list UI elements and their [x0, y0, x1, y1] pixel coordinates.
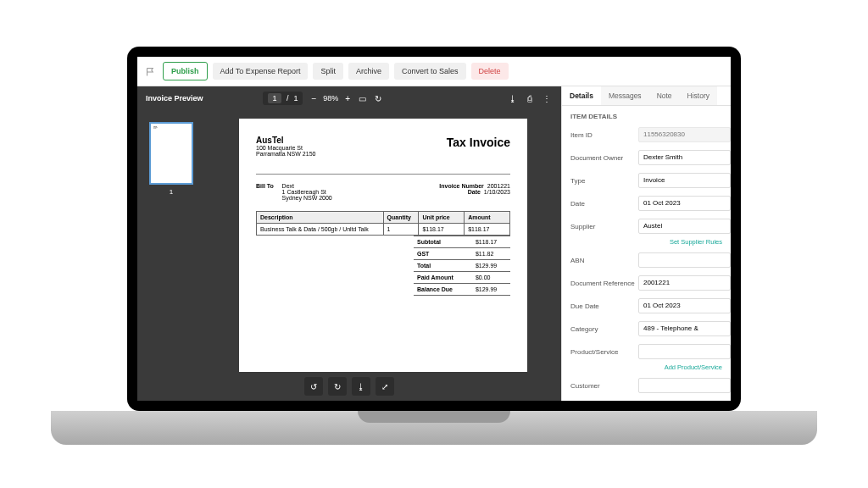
due-date-field[interactable]: 01 Oct 2023 [638, 298, 731, 313]
print-icon[interactable]: ⎙ [526, 94, 534, 103]
download-icon[interactable]: ⭳ [507, 94, 519, 103]
gst-value: $11.82 [472, 248, 510, 260]
details-panel: Details Messages Note History ITEM DETAI… [561, 86, 731, 401]
details-body: ITEM DETAILS Item ID 11556320830 Documen… [562, 106, 731, 401]
pdf-body: AusTel ────── ──── 1 AusTel 100 Macquari… [137, 110, 561, 372]
line-amount: $118.17 [465, 224, 510, 236]
supplier-field[interactable]: Austel [638, 219, 731, 234]
document-reference-label: Document Reference [570, 280, 635, 287]
add-to-expense-button[interactable]: Add To Expense Report [213, 63, 309, 80]
pdf-viewer: Invoice Preview / 1 − 98% + ▭ ↻ [137, 86, 561, 401]
flag-icon[interactable] [146, 65, 158, 77]
category-label: Category [570, 325, 635, 333]
invoice-date-label: Date [468, 189, 481, 195]
thumbnail-number: 1 [170, 188, 173, 196]
bill-to-addr2: Sydney NSW 2000 [282, 195, 332, 201]
subtotal-value: $118.17 [472, 236, 510, 248]
set-supplier-rules-link[interactable]: Set Supplier Rules [570, 238, 722, 246]
document-owner-field[interactable]: Dexter Smith [638, 150, 731, 165]
subtotal-label: Subtotal [414, 236, 472, 248]
col-quantity: Quantity [383, 212, 419, 224]
line-item-row: Business Talk & Data / 500gb / Unltd Tal… [257, 224, 510, 236]
page-current-input[interactable] [268, 93, 281, 103]
document-reference-field[interactable]: 2001221 [638, 275, 731, 291]
total-label: Total [414, 260, 472, 272]
customer-label: Customer [570, 382, 635, 390]
laptop-notch [358, 411, 510, 423]
fullscreen-icon[interactable]: ⤢ [376, 377, 394, 396]
supplier-label: Supplier [570, 223, 635, 230]
invoice-number: 2001221 [487, 183, 510, 189]
abn-label: ABN [570, 257, 635, 264]
item-details-heading: ITEM DETAILS [570, 113, 731, 120]
rotate-icon[interactable]: ↻ [373, 94, 383, 103]
rotate-left-icon[interactable]: ↺ [304, 377, 323, 396]
bill-to-label: Bill To [256, 183, 274, 189]
fit-width-icon[interactable]: ▭ [357, 94, 368, 103]
paid-value: $0.00 [472, 272, 510, 284]
bill-to-addr1: 1 Castlereagh St [282, 189, 326, 195]
document-panel[interactable]: AusTel 100 Macquarie St Parramatta NSW 2… [205, 110, 561, 372]
totals-table: Subtotal$118.17 GST$11.82 Total$129.99 P… [414, 236, 510, 296]
col-amount: Amount [465, 212, 510, 224]
invoice-document: AusTel 100 Macquarie St Parramatta NSW 2… [239, 119, 527, 372]
line-items-table: Description Quantity Unit price Amount B… [256, 211, 510, 236]
item-id-label: Item ID [570, 131, 635, 139]
page-control: / 1 [263, 92, 303, 105]
balance-value: $129.99 [472, 284, 510, 296]
page-total: 1 [293, 94, 298, 103]
pdf-title: Invoice Preview [146, 94, 263, 103]
add-product-service-link[interactable]: Add Product/Service [570, 363, 722, 371]
date-field[interactable]: 01 Oct 2023 [638, 196, 731, 211]
bill-to-block: Bill To Dext 1 Castlereagh St Sydney NSW… [256, 183, 383, 201]
more-icon[interactable]: ⋮ [541, 94, 553, 103]
category-field[interactable]: 489 - Telephone & [638, 321, 731, 336]
tab-details[interactable]: Details [562, 86, 601, 105]
thumbnail-column: AusTel ────── ──── 1 [137, 110, 205, 372]
date-label: Date [570, 200, 635, 208]
col-unit-price: Unit price [419, 212, 465, 224]
company-block: AusTel 100 Macquarie St Parramatta NSW 2… [256, 136, 315, 157]
laptop-base [51, 411, 817, 445]
balance-label: Balance Due [414, 284, 472, 296]
invoice-title: Tax Invoice [447, 136, 510, 157]
tab-note[interactable]: Note [649, 86, 680, 105]
main-content: Invoice Preview / 1 − 98% + ▭ ↻ [137, 86, 731, 401]
pdf-toolbar: Invoice Preview / 1 − 98% + ▭ ↻ [137, 86, 561, 110]
product-service-field[interactable] [638, 344, 731, 359]
line-qty: 1 [383, 224, 419, 236]
laptop-frame: Publish Add To Expense Report Split Arch… [127, 47, 741, 411]
rotate-right-icon[interactable]: ↻ [328, 377, 347, 396]
company-addr1: 100 Macquarie St [256, 145, 315, 151]
page-separator: / [287, 94, 289, 103]
zoom-in-button[interactable]: + [343, 94, 352, 103]
page-thumbnail[interactable]: AusTel ────── ──── [149, 122, 193, 185]
pdf-bottom-bar: ↺ ↻ ⭳ ⤢ [137, 372, 561, 401]
tab-history[interactable]: History [680, 86, 717, 105]
company-name: AusTel [256, 136, 315, 145]
gst-label: GST [414, 248, 472, 260]
item-id-field: 11556320830 [638, 127, 731, 142]
col-description: Description [257, 212, 384, 224]
type-label: Type [570, 177, 635, 185]
archive-button[interactable]: Archive [348, 63, 389, 80]
download-bottom-icon[interactable]: ⭳ [352, 377, 370, 396]
zoom-out-button[interactable]: − [309, 94, 318, 103]
tab-messages[interactable]: Messages [601, 86, 649, 105]
document-owner-label: Document Owner [570, 154, 635, 162]
convert-to-sales-button[interactable]: Convert to Sales [394, 63, 466, 80]
invoice-meta: Invoice Number 2001221 Date 1/10/2023 [383, 183, 510, 201]
zoom-level: 98% [323, 94, 338, 103]
type-field[interactable]: Invoice [638, 173, 731, 188]
company-addr2: Parramatta NSW 2150 [256, 151, 315, 157]
line-desc: Business Talk & Data / 500gb / Unltd Tal… [257, 224, 384, 236]
delete-button[interactable]: Delete [471, 63, 509, 80]
app-screen: Publish Add To Expense Report Split Arch… [137, 57, 731, 401]
abn-field[interactable] [638, 252, 731, 268]
details-tabs: Details Messages Note History [562, 86, 731, 106]
customer-field[interactable] [638, 378, 731, 393]
invoice-number-label: Invoice Number [439, 183, 484, 189]
split-button[interactable]: Split [313, 63, 343, 80]
publish-button[interactable]: Publish [163, 62, 208, 80]
zoom-control: − 98% + ▭ ↻ [309, 94, 383, 103]
